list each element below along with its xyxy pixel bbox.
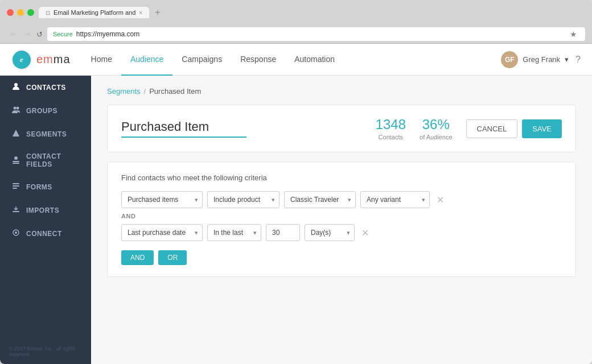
address-input[interactable]: Secure https://myemma.com ★ xyxy=(47,27,585,41)
svg-point-2 xyxy=(14,83,18,86)
row1-value-wrapper: Classic Traveler All products xyxy=(284,191,356,208)
tab-close-button[interactable]: × xyxy=(139,10,142,16)
row1-variant-select[interactable]: Any variant Specific variant xyxy=(360,191,430,208)
logo-image: e xyxy=(13,51,31,69)
sidebar-item-forms[interactable]: FORMS xyxy=(0,175,91,198)
sidebar-item-groups[interactable]: GROUPS xyxy=(0,99,91,122)
sidebar-label-forms: FORMS xyxy=(26,183,52,191)
app-logo: e emma xyxy=(11,49,71,70)
sidebar-label-connect: CONNECT xyxy=(26,230,62,238)
row1-variant-wrapper: Any variant Specific variant xyxy=(360,191,430,208)
svg-point-3 xyxy=(14,107,17,110)
audience-label: of Audience xyxy=(420,134,453,140)
new-tab-button[interactable]: + xyxy=(151,6,163,19)
user-avatar: GF xyxy=(501,51,518,68)
row2-unit-wrapper: Day(s) Week(s) Month(s) xyxy=(305,224,355,241)
logo-text: emma xyxy=(36,53,71,66)
contacts-value: 1348 xyxy=(376,117,406,133)
sidebar-item-connect[interactable]: CONNECT xyxy=(0,222,91,245)
criteria-row-2: Last purchase date Purchased items Total… xyxy=(121,224,562,241)
browser-dots xyxy=(7,9,34,16)
sidebar-label-imports: IMPORTS xyxy=(26,206,59,214)
audience-value: 36% xyxy=(420,117,453,133)
contacts-label: Contacts xyxy=(376,134,406,140)
sidebar-label-contacts: CONTACTS xyxy=(26,84,66,92)
sidebar: CONTACTS GROUPS SEGMENTS xyxy=(0,76,91,364)
logo-icon: e xyxy=(11,49,32,70)
svg-point-4 xyxy=(17,107,19,110)
row2-field-select[interactable]: Last purchase date Purchased items Total… xyxy=(121,224,203,241)
app-body: CONTACTS GROUPS SEGMENTS xyxy=(0,76,592,364)
user-name: Greg Frank xyxy=(523,55,560,64)
row2-number-input[interactable] xyxy=(266,224,300,241)
app-header: e emma Home Audience Campaigns Response … xyxy=(0,44,592,76)
app-nav: Home Audience Campaigns Response Automat… xyxy=(82,44,501,76)
footer-text: © 2017 Emma, Inc., all rights reserved xyxy=(9,346,75,357)
row2-operator-select[interactable]: In the last More than Less than xyxy=(207,224,261,241)
tab-label: Email Marketing Platform and xyxy=(54,9,135,16)
nav-campaigns[interactable]: Campaigns xyxy=(172,44,231,76)
back-button[interactable]: ← xyxy=(7,28,19,40)
row2-field-wrapper: Last purchase date Purchased items Total… xyxy=(121,224,203,241)
nav-home[interactable]: Home xyxy=(82,44,121,76)
criteria-and-label: AND xyxy=(121,213,562,220)
nav-response[interactable]: Response xyxy=(231,44,285,76)
main-content: Segments / Purchased Item 1348 Contacts xyxy=(91,76,592,364)
sidebar-item-imports[interactable]: IMPORTS xyxy=(0,198,91,222)
bookmark-icon[interactable]: ★ xyxy=(570,30,579,39)
row1-operator-select[interactable]: Include product Exclude product xyxy=(207,191,279,208)
svg-rect-9 xyxy=(13,183,19,184)
criteria-section: Find contacts who meet the following cri… xyxy=(107,162,576,277)
cancel-button[interactable]: CANCEL xyxy=(466,119,518,138)
user-menu[interactable]: GF Greg Frank ▾ xyxy=(501,51,569,68)
save-button[interactable]: SAVE xyxy=(522,119,562,138)
segment-header-card: 1348 Contacts 36% of Audience CANCEL SAV… xyxy=(107,105,576,152)
row2-unit-select[interactable]: Day(s) Week(s) Month(s) xyxy=(305,224,355,241)
sidebar-item-contacts[interactable]: CONTACTS xyxy=(0,76,91,99)
svg-rect-11 xyxy=(13,188,17,189)
contacts-icon xyxy=(11,82,20,92)
imports-icon xyxy=(11,205,20,215)
browser-content: e emma Home Audience Campaigns Response … xyxy=(0,44,592,364)
help-button[interactable]: ? xyxy=(575,55,581,65)
header-right: GF Greg Frank ▾ ? xyxy=(501,51,581,68)
add-and-button[interactable]: AND xyxy=(121,250,154,265)
row1-value-select[interactable]: Classic Traveler All products xyxy=(284,191,356,208)
add-criteria-buttons: AND OR xyxy=(121,250,562,265)
minimize-dot[interactable] xyxy=(17,9,24,16)
segment-actions: CANCEL SAVE xyxy=(466,119,562,138)
row2-remove-button[interactable]: ✕ xyxy=(361,228,369,238)
browser-tab-bar: ⊡ Email Marketing Platform and × + xyxy=(39,6,585,19)
add-or-button[interactable]: OR xyxy=(158,250,187,265)
svg-rect-10 xyxy=(13,185,19,187)
forms-icon xyxy=(11,182,20,192)
address-bar: ← → ↺ Secure https://myemma.com ★ xyxy=(0,25,592,44)
sidebar-item-contact-fields[interactable]: CONTACT FIELDS xyxy=(0,146,91,175)
nav-audience[interactable]: Audience xyxy=(121,44,172,76)
row1-field-wrapper: Purchased items Last purchase date Total… xyxy=(121,191,203,208)
address-text: https://myemma.com xyxy=(76,30,139,38)
logo-svg: e xyxy=(15,53,28,66)
row1-field-select[interactable]: Purchased items Last purchase date Total… xyxy=(121,191,203,208)
close-dot[interactable] xyxy=(7,9,14,16)
nav-automation[interactable]: Automation xyxy=(285,44,344,76)
refresh-button[interactable]: ↺ xyxy=(36,30,43,39)
sidebar-label-segments: SEGMENTS xyxy=(26,130,67,138)
contact-fields-icon xyxy=(11,156,20,166)
row1-remove-button[interactable]: ✕ xyxy=(437,195,444,205)
browser-tab[interactable]: ⊡ Email Marketing Platform and × xyxy=(39,7,149,18)
forward-button[interactable]: → xyxy=(22,28,34,40)
sidebar-label-groups: GROUPS xyxy=(26,107,57,115)
segment-title-input[interactable] xyxy=(121,119,246,138)
breadcrumb: Segments / Purchased Item xyxy=(107,87,576,96)
breadcrumb-separator: / xyxy=(144,87,146,96)
breadcrumb-current: Purchased Item xyxy=(149,87,201,96)
sidebar-item-segments[interactable]: SEGMENTS xyxy=(0,122,91,146)
criteria-instruction: Find contacts who meet the following cri… xyxy=(121,173,562,182)
browser-nav: ← → ↺ xyxy=(7,28,43,40)
secure-icon: Secure xyxy=(53,31,73,38)
breadcrumb-link[interactable]: Segments xyxy=(107,87,141,96)
browser-toolbar: ⊡ Email Marketing Platform and × + xyxy=(0,0,592,25)
stat-contacts: 1348 Contacts xyxy=(376,117,406,140)
maximize-dot[interactable] xyxy=(27,9,34,16)
